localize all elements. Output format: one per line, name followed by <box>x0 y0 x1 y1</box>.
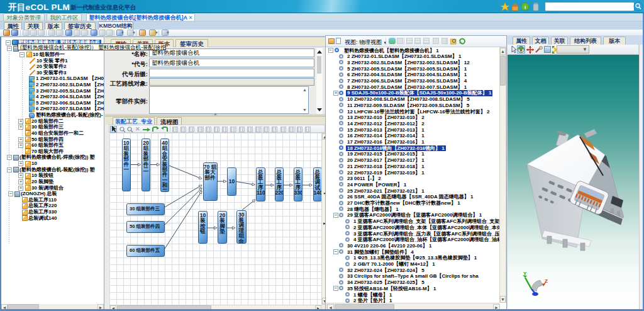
svg-text:Y: Y <box>523 271 527 276</box>
svg-text:Z: Z <box>545 278 548 284</box>
svg-text:i: i <box>525 4 526 10</box>
